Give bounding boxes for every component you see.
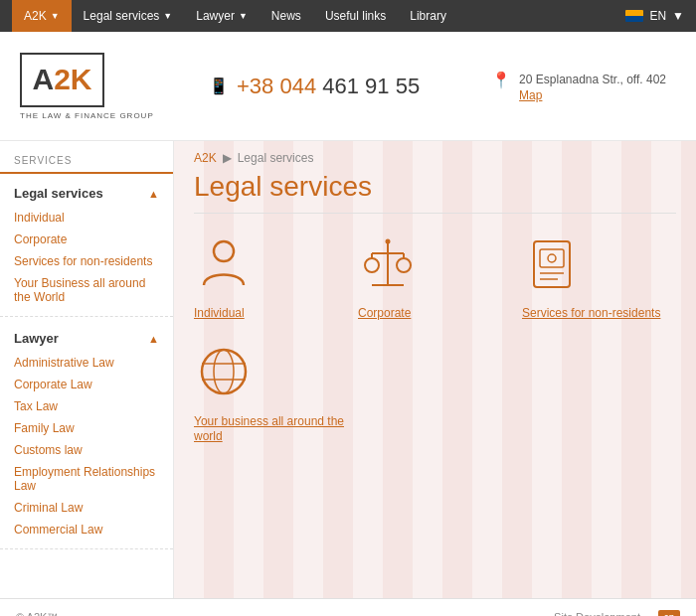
map-link[interactable]: Map [519, 88, 666, 102]
nav-item-library[interactable]: Library [398, 0, 458, 32]
nav-item-lawyer[interactable]: Lawyer ▼ [184, 0, 260, 32]
non-residents-icon [522, 233, 587, 298]
nav-label-a2k: A2K [24, 9, 47, 23]
globe-icon [194, 342, 259, 406]
service-label-individual[interactable]: Individual [194, 306, 245, 322]
nav-item-news[interactable]: News [260, 0, 313, 32]
svg-point-8 [386, 239, 391, 244]
site-footer: © A2K™ Site Development — ap [0, 598, 696, 616]
nav-item-legal-services[interactable]: Legal services ▼ [72, 0, 185, 32]
page-title: Legal services [194, 171, 676, 214]
footer-dev: Site Development — ap [554, 610, 680, 617]
sidebar-item-corporate[interactable]: Corporate [0, 229, 173, 250]
logo-subtitle: THE LAW & FINANCE GROUP [20, 111, 179, 120]
sidebar-services-title: SERVICES [0, 155, 173, 174]
sidebar-item-admin-law[interactable]: Administrative Law [0, 352, 173, 374]
sidebar-item-world-business[interactable]: Your Business all around the World [0, 272, 173, 308]
svg-point-5 [397, 258, 411, 272]
sidebar-divider-1 [0, 316, 173, 317]
breadcrumb-home[interactable]: A2K [194, 151, 217, 165]
sidebar-item-individual[interactable]: Individual [0, 207, 173, 229]
sidebar-lawyer-header[interactable]: Lawyer ▲ [0, 325, 173, 352]
service-card-corporate[interactable]: Corporate [358, 233, 512, 322]
svg-point-14 [202, 350, 246, 393]
service-label-corporate[interactable]: Corporate [358, 306, 411, 322]
sidebar-item-family-law[interactable]: Family Law [0, 417, 173, 439]
nav-label-useful: Useful links [325, 9, 386, 23]
nav-label-news: News [271, 9, 301, 23]
location-icon: 📍 [491, 71, 511, 89]
logo-2k: 2K [54, 65, 91, 94]
language-label: EN [649, 9, 666, 23]
breadcrumb: A2K ▶ Legal services [194, 141, 676, 171]
sidebar-item-commercial-law[interactable]: Commercial Law [0, 519, 173, 540]
breadcrumb-current: Legal services [238, 151, 314, 165]
phone-icon: 📱 [209, 77, 229, 95]
nav-label-lawyer: Lawyer [196, 9, 235, 23]
footer-dev-text: Site Development — [554, 611, 654, 617]
flag-icon [625, 10, 643, 22]
svg-point-13 [548, 254, 556, 262]
logo-area: A 2K THE LAW & FINANCE GROUP [20, 53, 179, 120]
service-label-world-business[interactable]: Your business all around the world [194, 414, 348, 445]
sidebar-item-non-residents[interactable]: Services for non-residents [0, 250, 173, 272]
nav-caret-a2k: ▼ [51, 11, 60, 21]
nav-item-useful-links[interactable]: Useful links [313, 0, 398, 32]
sidebar-legal-services-header[interactable]: Legal services ▲ [0, 180, 173, 207]
sidebar-divider-2 [0, 548, 173, 549]
sidebar-item-criminal-law[interactable]: Criminal Law [0, 497, 173, 519]
top-navigation: A2K ▼ Legal services ▼ Lawyer ▼ News Use… [0, 0, 696, 32]
logo-a: A [32, 65, 54, 94]
nav-label-legal: Legal services [84, 9, 160, 23]
phone-number: +38 044 461 91 55 [237, 74, 420, 99]
sidebar-item-tax-law[interactable]: Tax Law [0, 395, 173, 417]
main-layout: SERVICES Legal services ▲ Individual Cor… [0, 141, 696, 598]
contact-phone: 📱 +38 044 461 91 55 [179, 74, 491, 99]
site-header: A 2K THE LAW & FINANCE GROUP 📱 +38 044 4… [0, 32, 696, 141]
nav-caret-legal: ▼ [163, 11, 172, 21]
footer-copyright: © A2K™ [16, 611, 58, 617]
address-block: 📍 20 Esplanadna Str., off. 402 Map [491, 71, 676, 102]
lang-caret: ▼ [672, 9, 684, 23]
service-card-world-business[interactable]: Your business all around the world [194, 342, 348, 445]
svg-point-0 [214, 241, 234, 261]
nav-item-a2k[interactable]: A2K ▼ [12, 0, 72, 32]
main-content: A2K ▶ Legal services Legal services Indi… [174, 141, 696, 598]
svg-point-15 [214, 350, 234, 393]
sidebar-legal-label: Legal services [14, 186, 103, 201]
sidebar: SERVICES Legal services ▲ Individual Cor… [0, 141, 174, 598]
sidebar-item-employment-law[interactable]: Employment Relationships Law [0, 461, 173, 497]
individual-icon [194, 233, 259, 298]
service-card-individual[interactable]: Individual [194, 233, 348, 322]
svg-rect-10 [540, 249, 564, 267]
logo: A 2K [20, 53, 104, 107]
svg-point-4 [365, 258, 379, 272]
nav-label-library: Library [410, 9, 446, 23]
phone-main: 461 91 55 [316, 74, 420, 98]
service-label-non-residents[interactable]: Services for non-residents [522, 306, 660, 322]
sidebar-lawyer-label: Lawyer [14, 331, 59, 346]
sidebar-item-corporate-law[interactable]: Corporate Law [0, 374, 173, 395]
phone-prefix: +38 044 [237, 74, 316, 98]
address-line: 20 Esplanadna Str., off. 402 [519, 71, 666, 88]
corporate-icon [358, 233, 423, 298]
breadcrumb-separator: ▶ [223, 151, 232, 165]
service-card-non-residents[interactable]: Services for non-residents [522, 233, 676, 322]
nav-caret-lawyer: ▼ [239, 11, 248, 21]
sidebar-legal-arrow: ▲ [148, 188, 159, 200]
footer-ap-logo: ap [658, 610, 680, 617]
sidebar-lawyer-arrow: ▲ [148, 333, 159, 345]
service-grid: Individual Co [194, 233, 676, 445]
language-selector[interactable]: EN ▼ [625, 9, 684, 23]
sidebar-item-customs-law[interactable]: Customs law [0, 439, 173, 461]
